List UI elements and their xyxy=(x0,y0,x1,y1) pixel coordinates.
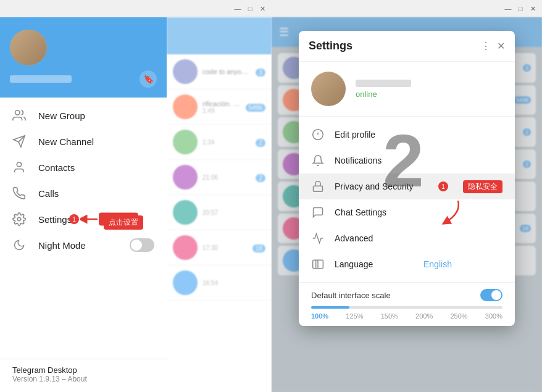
profile-name xyxy=(10,75,72,83)
svg-point-3 xyxy=(17,217,21,221)
privacy-badge: 1 xyxy=(438,181,448,191)
list-item[interactable]: rificación. Espera... 1:49 5496 xyxy=(167,90,272,125)
modal-item-language[interactable]: Language English xyxy=(299,251,515,277)
scale-option[interactable]: 250% xyxy=(450,312,467,320)
settings-icon xyxy=(12,212,26,226)
sidebar-item-calls[interactable]: Calls xyxy=(0,180,167,206)
more-options-btn[interactable]: ⋮ xyxy=(481,40,491,52)
scale-option[interactable]: 100% xyxy=(311,312,328,320)
menu-item-label: Edit profile xyxy=(335,130,502,140)
menu-item-label: Language xyxy=(335,259,414,269)
app-version: Version 1.9.13 – About xyxy=(12,375,154,383)
settings-modal: Settings ⋮ ✕ online Edit profile xyxy=(299,31,515,326)
night-mode-toggle[interactable] xyxy=(130,238,154,252)
list-item[interactable]: 1:34 2 xyxy=(167,125,272,160)
modal-item-chat-settings[interactable]: Chat Settings xyxy=(299,199,515,225)
sidebar-item-contacts[interactable]: Contacts xyxy=(0,154,167,180)
notifications-icon xyxy=(311,154,325,167)
svg-rect-8 xyxy=(314,186,323,191)
minimize-btn[interactable]: — xyxy=(233,4,242,13)
night-mode-icon xyxy=(12,238,26,252)
maximize-btn-right[interactable]: □ xyxy=(516,4,525,13)
menu-item-label: Privacy and Security xyxy=(335,181,428,191)
modal-username xyxy=(356,80,411,87)
modal-header: Settings ⋮ ✕ xyxy=(299,31,515,62)
list-item[interactable]: 16:54 xyxy=(167,265,272,301)
group-icon xyxy=(12,109,26,122)
sidebar-item-label: New Channel xyxy=(38,136,94,147)
close-modal-btn[interactable]: ✕ xyxy=(497,40,505,52)
left-titlebar: — □ ✕ xyxy=(0,0,272,17)
scale-option[interactable]: 150% xyxy=(381,312,398,320)
svg-point-2 xyxy=(17,162,21,167)
language-icon xyxy=(311,257,325,271)
privacy-tooltip: 隐私安全 xyxy=(463,180,502,193)
close-btn-right[interactable]: ✕ xyxy=(528,4,537,13)
language-value: English xyxy=(423,259,502,269)
modal-item-privacy[interactable]: Privacy and Security 1 隐私安全 xyxy=(299,173,515,199)
modal-status: online xyxy=(356,90,502,99)
settings-tooltip: 点击设置 xyxy=(104,215,143,230)
modal-avatar xyxy=(311,72,346,106)
modal-item-edit-profile[interactable]: Edit profile xyxy=(299,122,515,148)
menu-item-label: Chat Settings xyxy=(335,207,502,217)
modal-profile: online xyxy=(299,62,515,117)
app-name: Telegram Desktop xyxy=(12,365,154,375)
modal-menu: Edit profile Notifications Privacy and S… xyxy=(299,117,515,282)
scale-options: 100% 125% 150% 200% 250% 300% xyxy=(311,312,502,320)
menu-item-label: Notifications xyxy=(335,156,502,165)
sidebar-item-night-mode[interactable]: Night Mode xyxy=(0,232,167,258)
contacts-icon xyxy=(12,161,26,174)
calls-icon xyxy=(12,186,26,200)
scale-section: Default interface scale 100% 125% 150% 2… xyxy=(299,282,515,326)
sidebar: 🔖 New Group xyxy=(0,17,167,392)
scale-slider[interactable] xyxy=(311,306,502,309)
chat-settings-icon xyxy=(311,206,325,219)
scale-toggle[interactable] xyxy=(480,289,502,301)
svg-point-0 xyxy=(15,111,20,115)
scale-option[interactable]: 300% xyxy=(485,312,502,320)
list-item[interactable]: code to anyone, eve... 3 xyxy=(167,54,272,90)
minimize-btn-right[interactable]: — xyxy=(504,4,512,13)
chat-list: code to anyone, eve... 3 rificación. Esp… xyxy=(167,17,272,392)
modal-item-notifications[interactable]: Notifications xyxy=(299,148,515,173)
list-item[interactable]: 21:06 2 xyxy=(167,160,272,195)
maximize-btn[interactable]: □ xyxy=(246,4,254,13)
scale-fill xyxy=(311,306,349,309)
left-window: — □ ✕ 🔖 xyxy=(0,0,272,392)
sidebar-item-new-group[interactable]: New Group xyxy=(0,102,167,128)
close-btn[interactable]: ✕ xyxy=(258,4,267,13)
hamburger-icon: ☰ xyxy=(279,25,289,39)
modal-item-advanced[interactable]: Advanced xyxy=(299,225,515,251)
advanced-icon xyxy=(311,231,325,245)
sidebar-item-label: New Group xyxy=(38,111,85,121)
scale-option[interactable]: 200% xyxy=(415,312,433,320)
sidebar-item-label: Calls xyxy=(38,188,59,199)
edit-profile-icon xyxy=(311,128,325,141)
header-actions: ⋮ ✕ xyxy=(481,40,505,52)
menu-item-label: Advanced xyxy=(335,233,502,243)
sidebar-item-label: Settings xyxy=(38,214,72,225)
privacy-icon xyxy=(311,180,325,193)
right-titlebar: — □ ✕ xyxy=(272,0,542,17)
sidebar-profile: 🔖 xyxy=(0,17,167,98)
modal-user-info: online xyxy=(356,80,502,99)
bookmark-icon[interactable]: 🔖 xyxy=(140,70,157,88)
night-mode-label: Night Mode xyxy=(38,240,117,251)
settings-arrow xyxy=(80,213,99,225)
settings-badge: 1 xyxy=(69,214,79,224)
scale-label: Default interface scale xyxy=(311,291,391,300)
list-item[interactable]: 20:57 xyxy=(167,195,272,230)
channel-icon xyxy=(12,135,26,148)
sidebar-item-label: Contacts xyxy=(38,162,75,173)
avatar xyxy=(10,30,47,65)
scale-option[interactable]: 125% xyxy=(346,312,363,320)
list-item[interactable]: 17:30 18 xyxy=(167,230,272,265)
sidebar-item-new-channel[interactable]: New Channel xyxy=(0,128,167,154)
sidebar-footer: Telegram Desktop Version 1.9.13 – About xyxy=(0,359,167,392)
settings-title: Settings xyxy=(309,40,352,52)
